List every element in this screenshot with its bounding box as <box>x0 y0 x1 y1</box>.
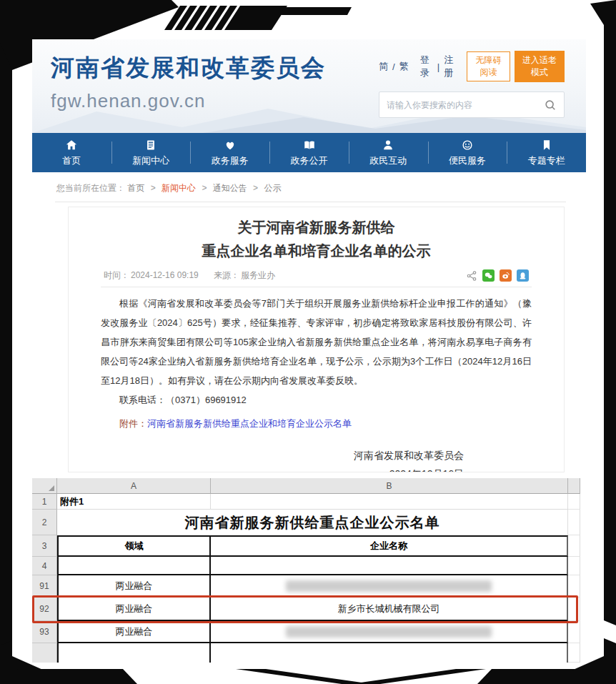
sheet-row-91: 91 两业融合 <box>32 575 580 598</box>
breadcrumb-separator: > <box>202 183 207 193</box>
breadcrumb-home-link[interactable]: 首页 <box>127 183 144 193</box>
row-number[interactable]: 91 <box>32 575 57 598</box>
search-box <box>379 91 565 118</box>
site-identity: 河南省发展和改革委员会 fgw.henan.gov.cn <box>51 52 326 112</box>
company-cell-redacted[interactable] <box>211 575 568 598</box>
sheet-row-93: 93 两业融合 <box>32 621 580 643</box>
nav-item-services[interactable]: 政务服务 <box>190 133 269 172</box>
nav-item-disclosure[interactable]: 政务公开 <box>269 133 349 172</box>
cell-c92[interactable] <box>568 598 580 621</box>
site-title: 河南省发展和改革委员会 <box>51 52 326 84</box>
time-label: 时间： <box>104 270 129 280</box>
row-number[interactable]: 1 <box>32 494 57 510</box>
banner-utilities: 简 / 繁 登录 | 注册 无障碍阅读 进入适老模式 <box>379 51 565 118</box>
row-number[interactable]: 92 <box>32 598 57 621</box>
contact-phone: 联系电话：（0371）69691912 <box>101 390 532 410</box>
cell-c4[interactable] <box>568 557 580 575</box>
open-book-icon <box>303 139 316 152</box>
field-cell[interactable]: 两业融合 <box>57 575 211 598</box>
lang-simplified-link[interactable]: 简 <box>379 60 388 73</box>
login-link[interactable]: 登录 <box>420 54 433 79</box>
nav-item-label: 政民互动 <box>369 154 407 167</box>
column-header-row: A B <box>32 478 580 494</box>
nav-item-label: 专题专栏 <box>528 154 565 167</box>
site-banner: 河南省发展和改革委员会 fgw.henan.gov.cn 简 / 繁 登录 | … <box>32 39 586 133</box>
cell-c93[interactable] <box>568 621 580 643</box>
cell-c2[interactable] <box>568 510 580 535</box>
nav-item-label: 政务服务 <box>212 154 249 167</box>
article-divider <box>101 287 532 287</box>
top-links: 简 / 繁 登录 | 注册 无障碍阅读 进入适老模式 <box>379 51 565 82</box>
attachment-label: 附件： <box>119 418 147 429</box>
company-header-cell[interactable]: 企业名称 <box>211 535 568 557</box>
elder-mode-button[interactable]: 进入适老模式 <box>515 51 565 82</box>
weibo-icon[interactable] <box>500 269 512 282</box>
column-header-b[interactable]: B <box>211 478 568 494</box>
field-cell[interactable]: 两业融合 <box>57 621 211 643</box>
column-header-a[interactable]: A <box>57 478 211 494</box>
row-number[interactable]: 2 <box>32 510 57 535</box>
cell-b1[interactable] <box>211 494 568 510</box>
redaction-blur <box>286 626 492 638</box>
share-bar <box>466 269 529 282</box>
lang-traditional-link[interactable]: 繁 <box>399 60 409 73</box>
select-all-button[interactable] <box>32 478 57 494</box>
page-canvas: 河南省发展和改革委员会 fgw.henan.gov.cn 简 / 繁 登录 | … <box>0 0 616 684</box>
cell-a1[interactable]: 附件1 <box>57 494 211 510</box>
cell-a4[interactable] <box>57 557 211 575</box>
nav-item-label: 首页 <box>62 154 81 167</box>
accessibility-button[interactable]: 无障碍阅读 <box>467 51 510 81</box>
share-nodes-icon[interactable] <box>466 270 477 282</box>
row-number[interactable]: 3 <box>32 535 57 557</box>
login-separator: | <box>437 61 439 72</box>
home-icon <box>65 139 78 152</box>
spreadsheet: A B 1 附件1 2 河南省新服务新供给重点企业公示名单 3 领域 企业 <box>32 478 580 663</box>
nav-item-news[interactable]: 新闻中心 <box>111 133 191 172</box>
nav-item-interaction[interactable]: 政民互动 <box>349 133 428 172</box>
breadcrumb-separator: > <box>151 183 156 193</box>
cell-c1[interactable] <box>568 494 580 510</box>
site-domain: fgw.henan.gov.cn <box>51 90 326 112</box>
sheet-row-1: 1 附件1 <box>32 494 580 510</box>
publish-time: 2024-12-16 09:19 <box>131 270 199 280</box>
breadcrumb-divider <box>55 202 566 202</box>
sheet-row-92: 92 两业融合 新乡市长城机械有限公司 <box>32 598 580 621</box>
cell-a-partial[interactable] <box>57 643 211 663</box>
article-paragraph: 根据《河南省发展和改革委员会等7部门关于组织开展服务业新供给标杆企业申报工作的通… <box>101 294 532 390</box>
search-input[interactable] <box>387 100 544 110</box>
source-label: 来源： <box>214 270 239 280</box>
breadcrumb-notice-link[interactable]: 通知公告 <box>213 183 247 193</box>
sheet-row-2: 2 河南省新服务新供给重点企业公示名单 <box>32 510 580 535</box>
cell-c91[interactable] <box>568 575 580 598</box>
nav-item-label: 便民服务 <box>449 154 486 167</box>
article-meta: 时间：2024-12-16 09:19 来源：服务业办 <box>101 269 532 282</box>
breadcrumb-separator: > <box>253 183 258 193</box>
row-number[interactable] <box>32 643 57 663</box>
cell-b-partial[interactable] <box>211 643 568 663</box>
company-cell-redacted[interactable] <box>211 621 568 643</box>
qq-icon[interactable] <box>517 269 529 282</box>
breadcrumb-current[interactable]: 公示 <box>264 183 281 193</box>
cell-c3[interactable] <box>568 535 580 557</box>
signature-block: 河南省发展和改革委员会 2024年12月16日 <box>101 446 532 472</box>
nav-item-home[interactable]: 首页 <box>32 133 111 172</box>
cell-b4[interactable] <box>211 557 568 575</box>
sheet-row-4: 4 <box>32 557 580 575</box>
register-link[interactable]: 注册 <box>444 54 457 79</box>
nav-item-special[interactable]: 专题专栏 <box>507 133 586 172</box>
row-number[interactable]: 4 <box>32 557 57 575</box>
search-icon[interactable] <box>544 99 557 111</box>
nav-item-convenience[interactable]: 便民服务 <box>428 133 507 172</box>
attachment-link[interactable]: 河南省新服务新供给重点企业和培育企业公示名单 <box>147 418 352 429</box>
field-cell[interactable]: 两业融合 <box>57 598 211 621</box>
cell-c-partial[interactable] <box>568 643 580 663</box>
wechat-icon[interactable] <box>482 269 495 282</box>
row-number[interactable]: 93 <box>32 621 57 643</box>
person-icon <box>382 139 394 152</box>
breadcrumb-news-link[interactable]: 新闻中心 <box>162 183 196 193</box>
redaction-blur <box>286 580 492 592</box>
field-header-cell[interactable]: 领域 <box>57 535 211 557</box>
sheet-title-cell[interactable]: 河南省新服务新供给重点企业公示名单 <box>57 510 568 535</box>
column-header-c[interactable] <box>568 478 580 494</box>
company-cell-highlighted[interactable]: 新乡市长城机械有限公司 <box>211 598 568 621</box>
